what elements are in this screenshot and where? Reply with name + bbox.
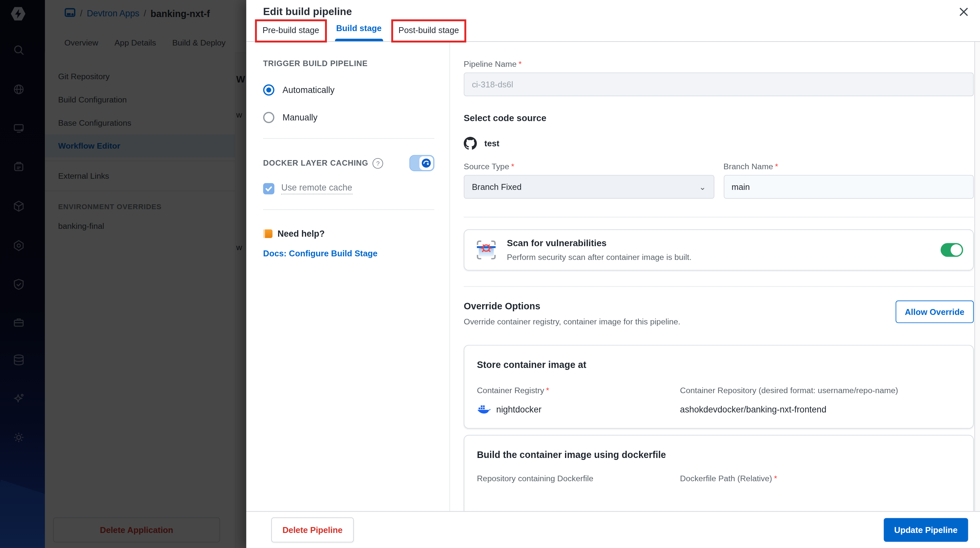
- annotation-box-pre-build: Pre-build stage: [255, 19, 327, 43]
- build-dockerfile-card: Build the container image using dockerfi…: [464, 435, 974, 511]
- allow-override-button[interactable]: Allow Override: [896, 300, 974, 323]
- chevron-down-icon: ⌄: [699, 182, 706, 192]
- build-options-panel: TRIGGER BUILD PIPELINE Automatically Man…: [246, 42, 450, 511]
- screen: / Devtron Apps / banking-nxt-f Overview …: [0, 0, 980, 548]
- container-repository-value: ashokdevdocker/banking-nxt-frontend: [680, 404, 826, 414]
- close-icon[interactable]: [958, 6, 970, 18]
- scan-vulnerabilities-toggle[interactable]: [941, 243, 963, 257]
- required-marker: *: [774, 474, 777, 483]
- scan-vulnerabilities-card: Scan for vulnerabilities Perform securit…: [464, 229, 974, 271]
- trigger-automatically-label: Automatically: [282, 85, 334, 95]
- build-stage-form: Pipeline Name* ci-318-ds6l Select code s…: [450, 42, 980, 511]
- cache-toggle-knob-icon: [419, 156, 433, 170]
- override-options-heading: Override Options: [464, 300, 680, 311]
- trigger-build-heading: TRIGGER BUILD PIPELINE: [263, 59, 434, 68]
- use-remote-cache-label: Use remote cache: [282, 182, 352, 194]
- docker-whale-icon: [477, 403, 491, 414]
- container-registry-value: nightdocker: [496, 404, 541, 414]
- git-repo-name: test: [484, 139, 500, 148]
- update-pipeline-button[interactable]: Update Pipeline: [884, 518, 968, 542]
- tab-build-stage[interactable]: Build stage: [334, 19, 384, 41]
- trigger-manually-option[interactable]: Manually: [263, 112, 434, 123]
- source-type-label: Source Type*: [464, 162, 714, 171]
- required-marker: *: [775, 162, 778, 171]
- modal-header: Edit build pipeline Pre-build stage Buil…: [246, 0, 980, 42]
- select-code-source-heading: Select code source: [464, 113, 974, 123]
- scan-title: Scan for vulnerabilities: [507, 238, 692, 248]
- branch-name-input[interactable]: main: [724, 175, 974, 199]
- branch-name-label: Branch Name*: [724, 162, 974, 171]
- panel-divider: [263, 209, 434, 210]
- section-divider: [464, 217, 974, 218]
- dockerfile-path-label: Dockerfile Path (Relative)*: [680, 474, 961, 483]
- radio-unselected-icon[interactable]: [263, 112, 274, 123]
- override-options-subtitle: Override container registry, container i…: [464, 317, 680, 326]
- annotation-box-post-build: Post-build stage: [391, 19, 467, 43]
- modal-tab-bar: Pre-build stage Build stage Post-build s…: [246, 19, 967, 41]
- panel-divider: [263, 138, 434, 139]
- docker-layer-caching-toggle[interactable]: [409, 155, 434, 171]
- docker-layer-caching-heading: DOCKER LAYER CACHING: [263, 159, 368, 168]
- store-container-image-card: Store container image at Container Regis…: [464, 345, 974, 429]
- edit-build-pipeline-modal: Edit build pipeline Pre-build stage Buil…: [246, 0, 980, 548]
- radio-selected-icon[interactable]: [263, 84, 274, 95]
- required-marker: *: [511, 162, 514, 171]
- modal-footer: Delete Pipeline Update Pipeline: [246, 511, 980, 548]
- docs-configure-build-stage-link[interactable]: Docs: Configure Build Stage: [263, 249, 434, 258]
- use-remote-cache-option[interactable]: Use remote cache: [263, 182, 434, 194]
- modal-title: Edit build pipeline: [263, 6, 967, 17]
- checkbox-checked-icon[interactable]: [263, 183, 274, 194]
- section-divider: [464, 286, 974, 287]
- help-question-icon[interactable]: ?: [373, 158, 383, 168]
- tab-pre-build-stage[interactable]: Pre-build stage: [262, 25, 319, 35]
- store-card-title: Store container image at: [477, 359, 961, 370]
- container-repository-label: Container Repository (desired format: us…: [680, 386, 961, 395]
- container-registry-label: Container Registry*: [477, 386, 668, 395]
- github-icon: [464, 137, 477, 150]
- scan-subtitle: Perform security scan after container im…: [507, 253, 692, 262]
- required-marker: *: [519, 59, 522, 69]
- build-card-title: Build the container image using dockerfi…: [477, 449, 961, 460]
- git-repo-row: test: [464, 137, 974, 150]
- repository-containing-dockerfile-label: Repository containing Dockerfile: [477, 474, 668, 483]
- delete-pipeline-button[interactable]: Delete Pipeline: [271, 517, 354, 542]
- trigger-manually-label: Manually: [282, 113, 317, 123]
- pipeline-name-label: Pipeline Name*: [464, 59, 974, 69]
- tab-post-build-stage[interactable]: Post-build stage: [399, 25, 459, 35]
- vulnerability-scan-icon: [474, 238, 498, 262]
- pipeline-name-input[interactable]: ci-318-ds6l: [464, 72, 974, 96]
- scrollbar[interactable]: [974, 42, 980, 511]
- trigger-automatically-option[interactable]: Automatically: [263, 84, 434, 95]
- source-type-select[interactable]: Branch Fixed ⌄: [464, 175, 714, 199]
- book-icon: [263, 229, 272, 238]
- required-marker: *: [546, 386, 549, 395]
- need-help-heading: Need help?: [277, 229, 325, 239]
